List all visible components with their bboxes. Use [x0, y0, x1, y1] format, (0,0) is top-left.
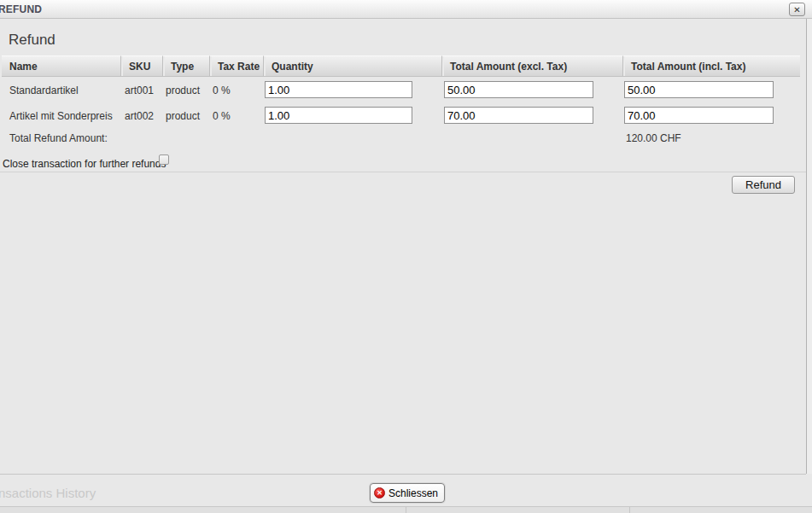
- content-separator: [0, 172, 806, 172]
- refund-heading: Refund: [9, 32, 55, 49]
- column-header-name: Name: [2, 55, 120, 77]
- background-strip-divider: [629, 507, 630, 513]
- total-excl-tax-input[interactable]: [444, 107, 593, 124]
- column-header-total-incl-tax: Total Amount (incl. Tax): [622, 55, 800, 77]
- item-tax-rate: 0 %: [213, 110, 231, 122]
- refund-button[interactable]: Refund: [732, 176, 795, 194]
- item-type: product: [166, 85, 200, 96]
- total-refund-label: Total Refund Amount:: [9, 132, 108, 144]
- item-sku: art002: [125, 110, 154, 122]
- refund-table-header: Name SKU Type Tax Rate Quantity Total Am…: [2, 55, 800, 77]
- column-header-total-excl-tax: Total Amount (excl. Tax): [441, 55, 622, 77]
- quantity-input[interactable]: [265, 107, 412, 124]
- close-transaction-label: Close transaction for further refunds: [3, 158, 166, 170]
- item-tax-rate: 0 %: [213, 85, 231, 96]
- item-sku: art001: [125, 85, 154, 96]
- dialog-bottom-border: [0, 474, 806, 475]
- dialog-right-gutter: [807, 19, 812, 474]
- total-incl-tax-input[interactable]: [624, 81, 774, 98]
- quantity-input[interactable]: [265, 81, 412, 98]
- schliessen-button-label: Schliessen: [388, 487, 438, 499]
- column-header-tax-rate: Tax Rate: [209, 55, 263, 77]
- item-type: product: [166, 110, 200, 122]
- total-incl-tax-input[interactable]: [624, 107, 774, 124]
- background-strip-divider: [406, 507, 406, 513]
- item-name: Artikel mit Sonderpreis: [9, 110, 113, 122]
- total-excl-tax-input[interactable]: [444, 81, 593, 98]
- total-refund-value: 120.00 CHF: [626, 132, 681, 144]
- close-icon: ✕: [793, 5, 800, 15]
- column-header-sku: SKU: [120, 55, 162, 77]
- background-page-heading: nsactions History: [0, 486, 96, 500]
- dialog-close-button[interactable]: ✕: [789, 3, 805, 16]
- dialog-title: REFUND: [0, 3, 42, 15]
- column-header-quantity: Quantity: [263, 55, 441, 77]
- close-transaction-checkbox[interactable]: [159, 154, 169, 165]
- dialog-titlebar[interactable]: REFUND ✕: [0, 0, 812, 19]
- schliessen-button[interactable]: ✕ Schliessen: [370, 483, 445, 503]
- cancel-circle-icon: ✕: [374, 487, 385, 498]
- item-name: Standardartikel: [9, 85, 79, 96]
- column-header-type: Type: [162, 55, 209, 77]
